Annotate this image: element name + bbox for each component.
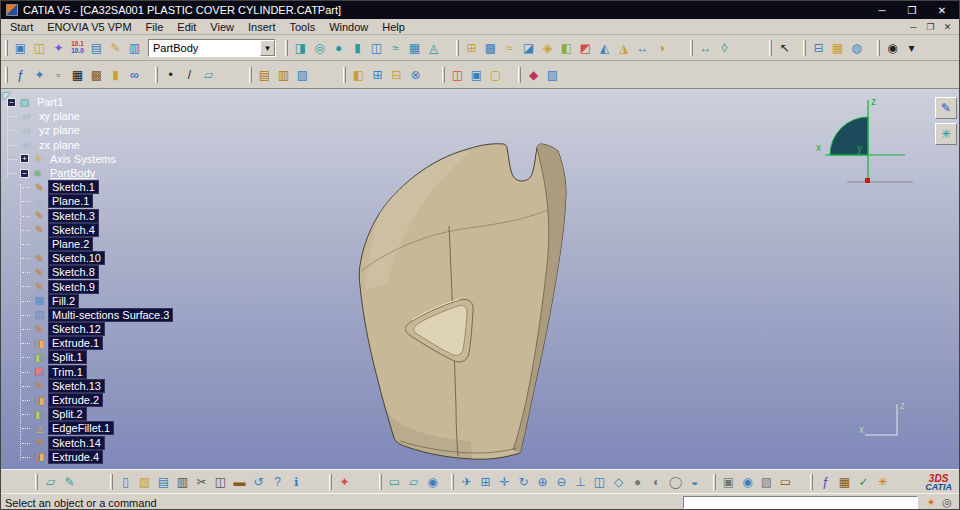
tree-item-label[interactable]: yz plane: [36, 124, 83, 136]
selection-sets-icon[interactable]: ⊟: [809, 39, 828, 57]
version-icon[interactable]: 10.110.0: [68, 39, 87, 57]
blend-surface-icon[interactable]: ◬: [424, 39, 443, 57]
whats-this-icon[interactable]: ℹ: [287, 473, 306, 491]
sketcher-icon[interactable]: ✎: [60, 473, 79, 491]
toolbar-grip[interactable]: [803, 40, 806, 56]
tree-item-label[interactable]: Sketch.10: [49, 252, 104, 264]
new-icon[interactable]: ▯: [116, 473, 135, 491]
tree-item-label[interactable]: Sketch.9: [49, 281, 98, 293]
tree-item-sketch-1[interactable]: ✎Sketch.1: [3, 180, 172, 194]
vpm-save-icon[interactable]: ▥: [125, 39, 144, 57]
sweep-surface-icon[interactable]: ≈: [386, 39, 405, 57]
magnifier-icon[interactable]: ◉: [883, 39, 902, 57]
cut-icon[interactable]: ✂: [192, 473, 211, 491]
normal-view-icon[interactable]: ⊥: [571, 473, 590, 491]
viewport-3d[interactable]: ◤ −▣Part1▱xy plane▱yz plane▱zx plane+✛Ax…: [1, 89, 959, 469]
tree-item-label[interactable]: EdgeFillet.1: [49, 422, 113, 434]
power-copy-icon[interactable]: ✦: [335, 473, 354, 491]
toolbar-grip[interactable]: [35, 474, 38, 490]
symmetry-icon[interactable]: ◑: [652, 39, 671, 57]
zoom-out-icon[interactable]: ⊖: [552, 473, 571, 491]
ground-icon[interactable]: ▭: [776, 473, 795, 491]
shading-icon[interactable]: ●: [628, 473, 647, 491]
menu-insert[interactable]: Insert: [241, 21, 283, 33]
tree-item-xy-plane[interactable]: ▱xy plane: [3, 109, 172, 123]
menu-view[interactable]: View: [203, 21, 241, 33]
lock-icon[interactable]: ▮: [106, 66, 125, 84]
tree-item-extrude-4[interactable]: ◨Extrude.4: [3, 450, 172, 464]
surface-simplify-icon[interactable]: ◪: [519, 39, 538, 57]
revolve-surface-icon[interactable]: ◎: [310, 39, 329, 57]
tree-item-label[interactable]: Sketch.12: [49, 323, 104, 335]
menu-help[interactable]: Help: [375, 21, 412, 33]
undo-icon[interactable]: ↺: [249, 473, 268, 491]
disassemble-icon[interactable]: ◈: [538, 39, 557, 57]
toolbar-options-icon[interactable]: ▾: [902, 39, 921, 57]
collapse-icon[interactable]: −: [20, 169, 29, 178]
close-button[interactable]: ✕: [927, 2, 957, 18]
tree-item-sketch-13[interactable]: ✎Sketch.13: [3, 379, 172, 393]
tree-item-label[interactable]: zx plane: [36, 139, 83, 151]
cylinder-surface-icon[interactable]: ▮: [348, 39, 367, 57]
mdi-minimize-button[interactable]: ─: [906, 20, 921, 33]
measure-item-icon[interactable]: ◊: [715, 39, 734, 57]
toolbar-grip[interactable]: [329, 474, 332, 490]
tree-item-zx-plane[interactable]: ▱zx plane: [3, 138, 172, 152]
tree-item-split-2[interactable]: ◧Split.2: [3, 407, 172, 421]
secondary-workbench-icon[interactable]: ✳: [935, 123, 957, 145]
toolbar-grip[interactable]: [110, 474, 113, 490]
tree-item-label[interactable]: Sketch.8: [49, 266, 98, 278]
tree-item-label[interactable]: PartBody: [47, 167, 98, 179]
extrude-surface-icon[interactable]: ◨: [291, 39, 310, 57]
tree-item-sketch-4[interactable]: ✎Sketch.4: [3, 223, 172, 237]
menu-tools[interactable]: Tools: [282, 21, 322, 33]
view-mode-icon[interactable]: ▣: [719, 473, 738, 491]
shading-edges-icon[interactable]: ◐: [647, 473, 666, 491]
tree-item-sketch-3[interactable]: ✎Sketch.3: [3, 209, 172, 223]
join-icon[interactable]: ⊞: [462, 39, 481, 57]
point-icon[interactable]: •: [161, 66, 180, 84]
positioned-sketch-icon[interactable]: ▱: [404, 473, 423, 491]
active-workbench-icon[interactable]: ✎: [935, 97, 957, 119]
parameters-icon[interactable]: ∞: [125, 66, 144, 84]
toolbar-grip[interactable]: [877, 40, 880, 56]
tree-item-yz-plane[interactable]: ▱yz plane: [3, 123, 172, 137]
view-compass[interactable]: z x y: [813, 91, 923, 191]
tree-item-label[interactable]: Plane.2: [49, 238, 92, 250]
tree-item-label[interactable]: Sketch.3: [49, 210, 98, 222]
tree-item-label[interactable]: Split.2: [49, 408, 86, 420]
power-input-icon[interactable]: ✦: [923, 495, 939, 510]
toolbar-grip[interactable]: [451, 474, 454, 490]
knowledge-formula-icon[interactable]: ƒ: [816, 473, 835, 491]
plane-tool-icon[interactable]: ▱: [41, 473, 60, 491]
pan-icon[interactable]: ✛: [495, 473, 514, 491]
toolbar-grip[interactable]: [810, 474, 813, 490]
mask-icon[interactable]: ▧: [293, 66, 312, 84]
measure-between-icon[interactable]: ↔: [696, 39, 715, 57]
apply-material-icon[interactable]: ◆: [524, 66, 543, 84]
assemble-icon[interactable]: ◧: [349, 66, 368, 84]
print-icon[interactable]: ▥: [173, 473, 192, 491]
tree-item-extrude-1[interactable]: ◨Extrude.1: [3, 336, 172, 350]
formula-icon[interactable]: ƒ: [11, 66, 30, 84]
plane-icon[interactable]: ▱: [199, 66, 218, 84]
paste-icon[interactable]: ▬: [230, 473, 249, 491]
toolbar-grip[interactable]: [249, 67, 252, 83]
datum-icon[interactable]: ▭: [385, 473, 404, 491]
tree-item-label[interactable]: Extrude.2: [49, 394, 102, 406]
tree-item-label[interactable]: Sketch.4: [49, 224, 98, 236]
offset-surface-icon[interactable]: ◫: [367, 39, 386, 57]
menu-start[interactable]: Start: [3, 21, 40, 33]
line-icon[interactable]: /: [180, 66, 199, 84]
thick-surface-icon[interactable]: ▣: [467, 66, 486, 84]
tree-item-label[interactable]: Extrude.1: [49, 337, 102, 349]
extract-icon[interactable]: ◮: [614, 39, 633, 57]
sew-surface-icon[interactable]: ◫: [448, 66, 467, 84]
tree-item-axis-systems[interactable]: +✛Axis Systems: [3, 152, 172, 166]
tree-item-label[interactable]: Sketch.14: [49, 437, 104, 449]
er-open-icon[interactable]: ◫: [30, 39, 49, 57]
publication-icon[interactable]: ▫: [49, 66, 68, 84]
toolbar-grip[interactable]: [442, 67, 445, 83]
translate-icon[interactable]: ↔: [633, 39, 652, 57]
wireframe-icon[interactable]: ◯: [666, 473, 685, 491]
